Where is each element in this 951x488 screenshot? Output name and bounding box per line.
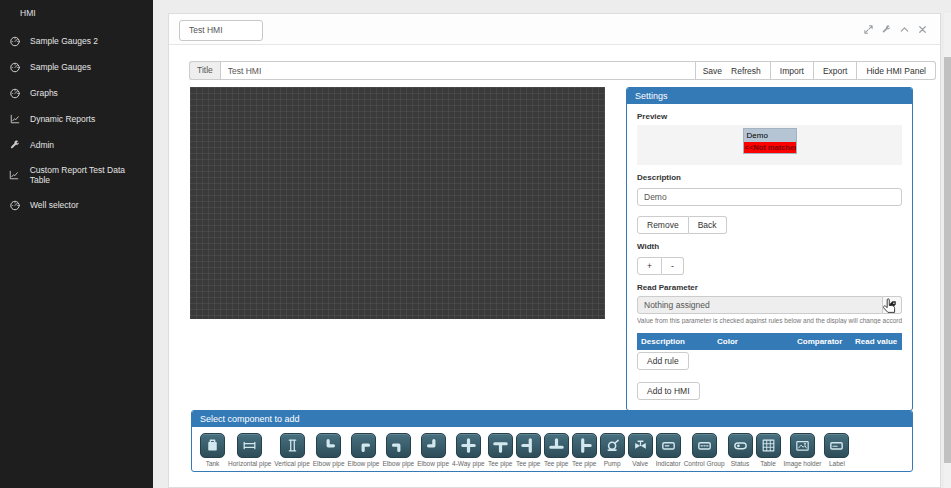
width-minus-button[interactable]: - xyxy=(662,257,684,275)
sidebar-item-label: Well selector xyxy=(30,200,79,210)
palette-component[interactable]: Image holder xyxy=(784,433,822,467)
title-input[interactable] xyxy=(220,61,696,80)
read-parameter-group xyxy=(637,296,902,314)
description-label: Description xyxy=(637,173,902,182)
palette-component[interactable]: Table xyxy=(756,433,781,467)
sidebar-item[interactable]: Custom Report Test Data Table xyxy=(0,158,153,192)
add-to-hmi-button[interactable]: Add to HMI xyxy=(637,382,700,400)
refresh-button[interactable]: Refresh xyxy=(722,61,771,80)
rules-col-comparator: Comparator xyxy=(797,337,855,346)
pump-icon xyxy=(600,433,625,458)
width-plus-button[interactable]: + xyxy=(637,257,662,275)
settings-panel: Settings Preview Demo <<Not matched>> De… xyxy=(626,87,913,411)
chart-icon xyxy=(8,169,21,181)
tab-test-hmi[interactable]: Test HMI xyxy=(179,20,263,41)
sidebar-item-label: Dynamic Reports xyxy=(30,114,95,124)
palette-component[interactable]: Status xyxy=(728,433,753,467)
sidebar-item[interactable]: Well selector xyxy=(0,192,153,218)
sidebar: HMI Sample Gauges 2 Sample Gauges Graphs xyxy=(0,0,153,488)
palette-component[interactable]: Elbow pipe xyxy=(382,433,414,467)
hide-hmi-panel-button[interactable]: Hide HMI Panel xyxy=(857,61,936,80)
sidebar-item[interactable]: Admin xyxy=(0,132,153,158)
gauge-icon xyxy=(8,87,21,99)
rules-col-description: Description xyxy=(641,337,717,346)
sidebar-item-label: Custom Report Test Data Table xyxy=(30,165,145,185)
expand-icon[interactable] xyxy=(863,24,874,35)
palette-component-label: Table xyxy=(760,460,776,467)
palette-component[interactable]: Tee pipe xyxy=(572,433,597,467)
not-matched-status: <<Not matched>> xyxy=(744,142,796,153)
palette-component[interactable]: Tee pipe xyxy=(488,433,513,467)
palette-component-label: Horizontal pipe xyxy=(228,460,271,467)
assign-parameter-button[interactable] xyxy=(883,296,902,314)
rules-col-color: Color xyxy=(717,337,797,346)
import-button[interactable]: Import xyxy=(771,61,814,80)
palette-component-label: Image holder xyxy=(784,460,822,467)
title-label: Title xyxy=(189,61,220,80)
preview-area: Demo <<Not matched>> xyxy=(637,125,902,165)
add-rule-button[interactable]: Add rule xyxy=(637,352,689,370)
palette-component[interactable]: Horizontal pipe xyxy=(228,433,271,467)
palette-component-label: Elbow pipe xyxy=(313,460,345,467)
control-group-icon xyxy=(692,433,717,458)
sidebar-nav: Sample Gauges 2 Sample Gauges Graphs Dyn… xyxy=(0,28,153,218)
description-input[interactable] xyxy=(637,188,902,206)
chart-icon xyxy=(8,113,21,125)
palette-component-label: Indicator xyxy=(656,460,681,467)
sidebar-item-label: Sample Gauges xyxy=(30,62,91,72)
palette-component-label: Tee pipe xyxy=(572,460,597,467)
wrench-icon[interactable] xyxy=(881,24,892,35)
export-button[interactable]: Export xyxy=(814,61,858,80)
sidebar-item[interactable]: Dynamic Reports xyxy=(0,106,153,132)
palette-component[interactable]: Vertical pipe xyxy=(274,433,309,467)
sidebar-item[interactable]: Graphs xyxy=(0,80,153,106)
hmi-actions-group: Refresh Import Export Hide HMI Panel xyxy=(722,61,936,80)
palette-component[interactable]: Tee pipe xyxy=(544,433,569,467)
sidebar-item[interactable]: Sample Gauges 2 xyxy=(0,28,153,54)
tee-d-icon xyxy=(572,433,597,458)
title-input-group: Title Save HMI xyxy=(189,61,748,80)
back-button[interactable]: Back xyxy=(689,216,727,234)
tank-icon xyxy=(200,433,225,458)
palette-component[interactable]: Elbow pipe xyxy=(417,433,449,467)
palette-component[interactable]: Elbow pipe xyxy=(348,433,380,467)
palette-component-label: Elbow pipe xyxy=(382,460,414,467)
rules-col-read-value: Read value xyxy=(855,337,898,346)
read-parameter-help-text: Value from this parameter is checked aga… xyxy=(637,317,902,324)
palette-component[interactable]: Indicator xyxy=(656,433,681,467)
palette-component-label: Tee pipe xyxy=(544,460,569,467)
read-parameter-input[interactable] xyxy=(637,296,883,314)
palette-component[interactable]: Label xyxy=(824,433,849,467)
palette-component-label: Valve xyxy=(632,460,648,467)
palette-component-label: Tee pipe xyxy=(516,460,541,467)
palette-component[interactable]: Pump xyxy=(600,433,625,467)
hmi-canvas[interactable] xyxy=(190,87,605,319)
palette-component[interactable]: Tank xyxy=(200,433,225,467)
width-label: Width xyxy=(637,242,902,251)
elbow-a-icon xyxy=(316,433,341,458)
sidebar-item-label: Sample Gauges 2 xyxy=(30,36,98,46)
indicator-icon xyxy=(656,433,681,458)
scrollbar-thumb[interactable] xyxy=(944,57,951,463)
collapse-icon[interactable] xyxy=(899,24,910,35)
palette-component[interactable]: Tee pipe xyxy=(516,433,541,467)
close-icon[interactable] xyxy=(917,24,928,35)
sidebar-item[interactable]: Sample Gauges xyxy=(0,54,153,80)
palette-component[interactable]: 4-Way pipe xyxy=(452,433,485,467)
tee-b-icon xyxy=(516,433,541,458)
wrench-icon xyxy=(8,139,21,151)
gauge-icon xyxy=(8,61,21,73)
palette-component-label: 4-Way pipe xyxy=(452,460,485,467)
read-parameter-label: Read Parameter xyxy=(637,283,902,292)
palette-component-label: Tank xyxy=(206,460,220,467)
label-icon xyxy=(824,433,849,458)
palette-component[interactable]: Control Group xyxy=(684,433,725,467)
preview-widget-name: Demo xyxy=(744,129,796,142)
gauge-icon xyxy=(8,35,21,47)
component-palette: Select component to add Tank Horizontal … xyxy=(191,410,913,472)
remove-button[interactable]: Remove xyxy=(637,216,689,234)
palette-component[interactable]: Elbow pipe xyxy=(313,433,345,467)
palette-header: Select component to add xyxy=(192,411,912,427)
palette-component[interactable]: Valve xyxy=(628,433,653,467)
width-stepper: + - xyxy=(637,257,684,275)
